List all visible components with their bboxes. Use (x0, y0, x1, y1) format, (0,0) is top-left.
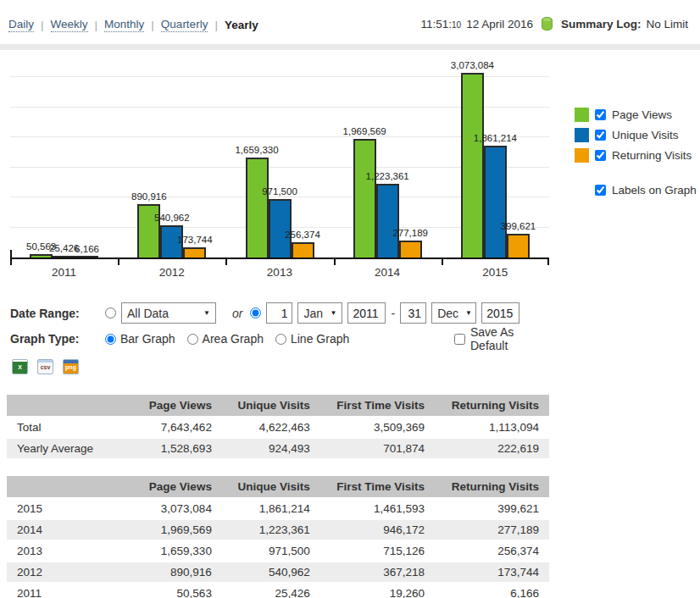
row-label: 2015 (7, 499, 134, 518)
clock-seconds: 10 (452, 20, 461, 30)
cell-value: 25,426 (222, 584, 320, 598)
column-header: Unique Visits (222, 476, 320, 497)
y-axis-stub (10, 250, 12, 257)
legend-swatch (575, 128, 589, 142)
row-label: 2014 (7, 520, 134, 540)
divider-band (0, 44, 700, 50)
bar-unique-visits-2015 (484, 146, 507, 257)
bar-unique-visits-2014 (376, 184, 399, 257)
from-month-select[interactable]: Jan▼ (297, 302, 342, 324)
cell-value: 1,223,361 (222, 520, 320, 540)
bar-page-views-2014 (353, 139, 376, 257)
x-axis-tick (334, 259, 336, 265)
current-date: 12 April 2016 (466, 18, 533, 30)
x-axis-label-2011: 2011 (10, 266, 118, 279)
labels-on-graph-checkbox[interactable] (595, 185, 606, 196)
legend-checkbox-unique-visits[interactable] (595, 130, 606, 141)
legend-checkbox-page-views[interactable] (595, 109, 606, 120)
table-row: 2012890,916540,962367,218173,744 (7, 562, 549, 582)
bar-returning-visits-2011 (75, 256, 98, 257)
row-label: 2012 (7, 562, 134, 582)
column-header: Page Views (134, 476, 222, 497)
legend-label: Returning Visits (612, 149, 692, 162)
line-graph-radio[interactable] (275, 334, 286, 345)
table-row: Total7,643,4624,622,4633,509,3691,113,09… (7, 418, 549, 437)
x-axis-tick (225, 259, 227, 265)
table-header-row: Page ViewsUnique VisitsFirst Time Visits… (7, 476, 549, 497)
or-label: or (232, 307, 242, 320)
to-day-input[interactable] (400, 302, 426, 324)
table-row: 20153,073,0841,861,2141,461,593399,621 (7, 499, 549, 518)
x-axis-label-2015: 2015 (442, 266, 549, 279)
nav-link-weekly[interactable]: Weekly (51, 18, 88, 32)
from-day-input[interactable] (266, 302, 292, 324)
row-label: 2011 (7, 584, 134, 598)
chart-legend: Page ViewsUnique VisitsReturning VisitsL… (575, 108, 697, 203)
row-label: 2013 (7, 541, 134, 561)
date-range-row: Date Range: All Data▼ or Jan▼ - Dec▼ (10, 302, 519, 324)
bar-returning-visits-2014 (399, 241, 422, 257)
csv-export-icon[interactable]: csv (37, 359, 53, 374)
column-header: Unique Visits (222, 395, 320, 416)
legend-swatch (575, 108, 589, 122)
chevron-down-icon: ▼ (465, 309, 472, 317)
nav-separator: | (41, 19, 44, 31)
summary-log-label: Summary Log: (561, 18, 642, 30)
x-axis-label-2014: 2014 (334, 266, 442, 279)
graph-type-radios: Bar GraphArea GraphLine Graph (105, 332, 361, 346)
summary-totals-table: Page ViewsUnique VisitsFirst Time Visits… (7, 393, 549, 460)
cell-value: 6,166 (435, 584, 549, 598)
legend-item-unique-visits: Unique Visits (575, 128, 697, 142)
bar-graph-radio[interactable] (105, 334, 116, 345)
column-header: Returning Visits (435, 476, 549, 497)
area-graph-radio[interactable] (187, 334, 198, 345)
bar-page-views-2015 (461, 73, 484, 257)
to-year-input[interactable] (481, 302, 519, 324)
png-export-icon[interactable]: png (63, 359, 79, 374)
bar-value-label: 173,744 (177, 235, 213, 245)
x-axis-tick (442, 259, 443, 265)
cell-value: 715,126 (320, 541, 435, 561)
area-graph-label: Area Graph (203, 332, 264, 346)
cell-value: 890,916 (134, 562, 222, 582)
legend-checkbox-returning-visits[interactable] (595, 150, 606, 161)
table-row: 20141,969,5691,223,361946,172277,189 (7, 520, 549, 540)
table-header-row: Page ViewsUnique VisitsFirst Time Visits… (7, 395, 549, 416)
log-database-icon (542, 17, 553, 30)
all-data-radio[interactable] (105, 307, 116, 318)
table-row: 20131,659,330971,500715,126256,374 (7, 541, 549, 561)
labels-on-graph-label: Labels on Graph (612, 184, 697, 197)
cell-value: 1,861,214 (222, 499, 320, 518)
cell-value: 1,461,593 (320, 499, 435, 518)
x-axis-label-2012: 2012 (118, 266, 225, 279)
from-year-input[interactable] (347, 302, 386, 324)
nav-link-quarterly[interactable]: Quarterly (161, 18, 208, 32)
export-icons: Xcsvpng (12, 359, 79, 374)
column-header: First Time Visits (320, 395, 435, 416)
graph-type-label: Graph Type: (10, 332, 105, 346)
nav-separator: | (151, 19, 154, 31)
nav-link-daily[interactable]: Daily (8, 18, 34, 32)
cell-value: 277,189 (435, 520, 549, 540)
bar-graph-label: Bar Graph (120, 332, 175, 346)
cell-value: 1,113,094 (435, 418, 549, 437)
nav-separator: | (95, 19, 98, 31)
bar-unique-visits-2013 (269, 199, 292, 257)
x-axis-tick (118, 259, 119, 265)
table-row: 201150,56325,42619,2606,166 (7, 584, 549, 598)
cell-value: 971,500 (222, 541, 320, 561)
cell-value: 399,621 (435, 499, 549, 518)
save-as-default-checkbox[interactable] (454, 334, 465, 345)
custom-range-radio[interactable] (250, 307, 261, 318)
column-header: First Time Visits (320, 476, 435, 497)
bar-returning-visits-2013 (292, 242, 314, 257)
nav-separator: | (214, 19, 218, 31)
x-axis-label-2013: 2013 (225, 266, 333, 279)
nav-link-monthly[interactable]: Monthly (104, 18, 144, 32)
excel-export-icon[interactable]: X (12, 359, 28, 374)
to-month-select[interactable]: Dec▼ (431, 302, 476, 324)
bar-value-label: 3,073,084 (451, 60, 494, 70)
bar-value-label: 1,861,214 (474, 133, 517, 143)
all-data-select[interactable]: All Data▼ (121, 302, 216, 324)
legend-item-page-views: Page Views (575, 108, 697, 122)
